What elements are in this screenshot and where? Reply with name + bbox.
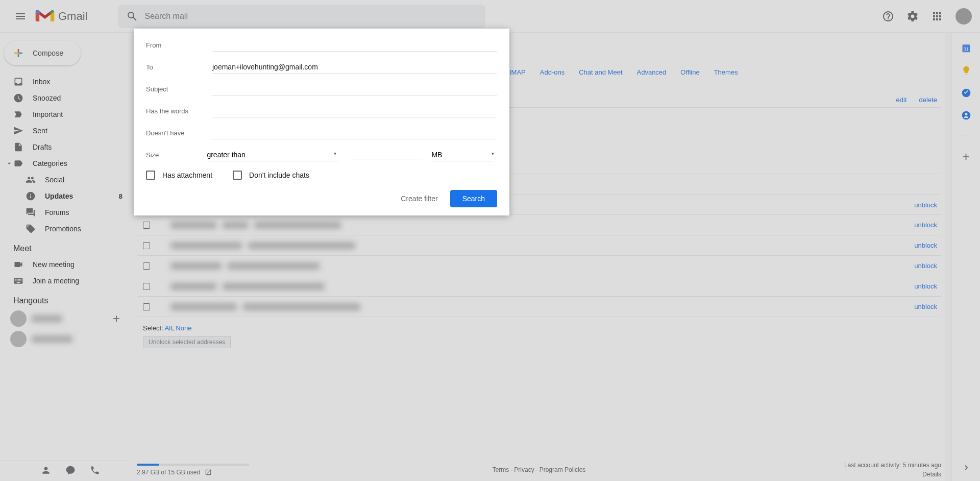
privacy-link[interactable]: Privacy	[514, 466, 534, 473]
gmail-logo[interactable]: Gmail	[35, 9, 87, 24]
drafts-icon	[13, 142, 23, 152]
get-addons-button[interactable]: +	[962, 150, 969, 164]
to-input[interactable]	[212, 61, 497, 74]
settings-button[interactable]	[902, 6, 923, 27]
svg-point-4	[965, 113, 967, 115]
sidebar-item-categories[interactable]: Categories	[0, 155, 131, 172]
tab-themes[interactable]: Themes	[714, 68, 738, 76]
clock-icon	[13, 93, 23, 103]
hangout-contact[interactable]: +	[10, 308, 131, 329]
create-filter-link[interactable]: Create filter	[401, 195, 437, 203]
select-none-link[interactable]: None	[176, 324, 191, 332]
unblock-link[interactable]: unblock	[914, 221, 937, 229]
help-button[interactable]	[878, 6, 898, 27]
keyboard-icon	[13, 276, 23, 286]
tab-imap[interactable]: IMAP	[509, 68, 526, 76]
sidebar-item-promotions[interactable]: Promotions	[0, 221, 131, 237]
label-icon	[13, 158, 23, 169]
tasks-icon[interactable]	[961, 88, 971, 98]
sidebar-item-important[interactable]: Important	[0, 106, 131, 123]
sidebar-item-inbox[interactable]: Inbox	[0, 74, 131, 90]
account-avatar[interactable]	[955, 8, 972, 25]
add-contact-button[interactable]: +	[110, 312, 122, 325]
forums-icon	[26, 207, 36, 218]
checkbox-icon	[146, 171, 155, 180]
open-link-icon[interactable]	[205, 469, 212, 476]
contacts-icon[interactable]	[961, 110, 971, 121]
header: Gmail	[0, 0, 980, 33]
unblock-link[interactable]: unblock	[914, 201, 937, 209]
row-checkbox[interactable]	[143, 303, 150, 310]
sidebar-item-forums[interactable]: Forums	[0, 204, 131, 221]
select-row: Select: All, None	[137, 317, 941, 332]
dont-include-chats-label: Don't include chats	[249, 171, 309, 179]
calendar-icon[interactable]: 31	[961, 43, 971, 53]
from-input[interactable]	[212, 39, 497, 52]
unblock-selected-button[interactable]: Unblock selected addresses	[143, 336, 231, 348]
apps-icon	[931, 10, 943, 22]
compose-label: Compose	[33, 49, 63, 57]
search-button[interactable]	[122, 6, 142, 27]
delete-link[interactable]: delete	[919, 96, 937, 104]
nav-label: New meeting	[33, 260, 131, 269]
size-unit-select[interactable]: MB	[431, 149, 493, 161]
unblock-link[interactable]: unblock	[914, 262, 937, 270]
unblock-link[interactable]: unblock	[914, 282, 937, 290]
search-button[interactable]: Search	[450, 190, 497, 207]
footer-activity: Last account activity: 5 minutes ago Det…	[844, 461, 941, 479]
row-checkbox[interactable]	[143, 283, 150, 290]
nav-label: Promotions	[45, 225, 131, 233]
has-words-input[interactable]	[212, 105, 497, 117]
svg-text:31: 31	[964, 46, 969, 52]
select-all-link[interactable]: All	[165, 324, 172, 332]
hangouts-tab[interactable]	[65, 465, 76, 477]
join-meeting-button[interactable]: Join a meeting	[0, 273, 131, 289]
people-icon	[26, 175, 36, 185]
collapse-panel-button[interactable]	[961, 463, 971, 473]
sidebar-item-sent[interactable]: Sent	[0, 123, 131, 139]
gmail-logo-icon	[35, 9, 55, 24]
has-attachment-checkbox[interactable]: Has attachment	[146, 171, 212, 180]
phone-icon	[90, 465, 100, 475]
sidebar-item-snoozed[interactable]: Snoozed	[0, 90, 131, 106]
contacts-tab[interactable]	[41, 465, 51, 477]
subject-input[interactable]	[212, 83, 497, 95]
doesnt-have-input[interactable]	[212, 127, 497, 139]
nav-label: Drafts	[33, 143, 131, 151]
compose-button[interactable]: Compose	[4, 41, 81, 65]
terms-link[interactable]: Terms	[493, 466, 509, 473]
sidebar-item-social[interactable]: Social	[0, 172, 131, 188]
hangout-contact[interactable]	[10, 329, 131, 349]
search-bar[interactable]	[118, 5, 485, 28]
new-meeting-button[interactable]: New meeting	[0, 256, 131, 273]
details-link[interactable]: Details	[922, 471, 941, 478]
policies-link[interactable]: Program Policies	[540, 466, 586, 473]
row-checkbox[interactable]	[143, 242, 150, 249]
edit-link[interactable]: edit	[896, 96, 907, 104]
from-label: From	[146, 41, 212, 49]
person-icon	[41, 465, 51, 475]
row-checkbox[interactable]	[143, 222, 150, 229]
hangouts-bottom-tabs	[0, 461, 131, 481]
dont-include-chats-checkbox[interactable]: Don't include chats	[233, 171, 309, 180]
sidebar-item-drafts[interactable]: Drafts	[0, 139, 131, 155]
keep-icon[interactable]	[961, 65, 971, 76]
main-menu-button[interactable]	[8, 4, 33, 29]
tab-offline[interactable]: Offline	[680, 68, 699, 76]
size-operator-select[interactable]: greater than	[207, 149, 339, 161]
tab-addons[interactable]: Add-ons	[540, 68, 565, 76]
sidebar-item-updates[interactable]: Updates8	[0, 188, 131, 204]
scrollbar[interactable]	[945, 33, 951, 481]
apps-button[interactable]	[927, 6, 947, 27]
meet-header: Meet	[0, 237, 131, 256]
size-value-input[interactable]	[350, 151, 421, 159]
unblock-link[interactable]: unblock	[914, 303, 937, 310]
row-checkbox[interactable]	[143, 262, 150, 270]
tab-advanced[interactable]: Advanced	[637, 68, 667, 76]
phone-tab[interactable]	[90, 465, 100, 477]
search-filter-dropdown: From To Subject Has the words Doesn't ha…	[134, 29, 509, 215]
unblock-link[interactable]: unblock	[914, 242, 937, 249]
search-input[interactable]	[142, 12, 481, 21]
tab-chat-meet[interactable]: Chat and Meet	[579, 68, 622, 76]
gear-icon	[906, 10, 919, 22]
